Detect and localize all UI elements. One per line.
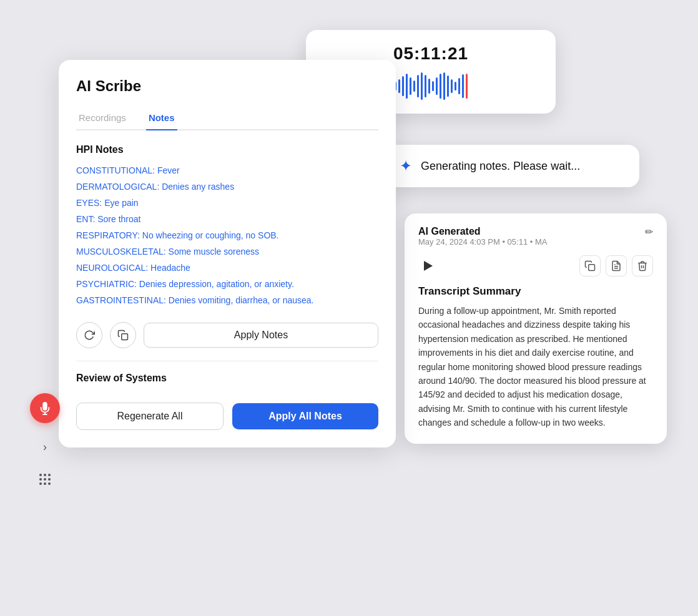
waveform-bar [413, 81, 415, 92]
microphone-button[interactable] [30, 393, 60, 423]
dot [48, 478, 51, 481]
hpi-note-ent: ENT: Sore throat [76, 213, 378, 226]
dot [44, 482, 46, 485]
waveform-bar [447, 76, 449, 97]
bottom-actions: Regenerate All Apply All Notes [59, 403, 396, 430]
waveform-bar [443, 72, 445, 100]
regenerate-all-button[interactable]: Regenerate All [76, 403, 224, 430]
waveform-bar [451, 79, 453, 93]
panel-content: HPI Notes CONSTITUTIONAL: Fever DERMATOL… [59, 130, 396, 398]
dot [39, 482, 42, 485]
waveform-bar [455, 82, 456, 90]
grid-dots-icon[interactable] [36, 471, 54, 488]
apply-notes-button[interactable]: Apply Notes [144, 323, 378, 348]
ai-generated-card: AI Generated May 24, 2024 4:03 PM • 05:1… [405, 213, 667, 444]
transcript-body: During a follow-up appointment, Mr. Smit… [418, 304, 653, 430]
chevron-right-icon[interactable]: › [36, 438, 54, 456]
dot-row [39, 482, 51, 485]
panel-title: AI Scribe [76, 77, 378, 95]
transcript-title: Transcript Summary [418, 285, 653, 298]
play-button[interactable] [418, 257, 436, 275]
tab-notes[interactable]: Notes [146, 107, 177, 130]
waveform-bar [428, 79, 430, 94]
hpi-note-respiratory: RESPIRATORY: No wheezing or coughing, no… [76, 229, 378, 242]
waveform-bar [462, 74, 464, 98]
waveform-bar [417, 75, 419, 97]
regenerate-hpi-button[interactable] [76, 322, 102, 348]
generating-widget: ✦ Generating notes. Please wait... [382, 145, 639, 187]
waveform-bar [440, 74, 441, 99]
scribe-panel: AI Scribe Recordings Notes HPI Notes CON… [59, 60, 396, 447]
generating-text: Generating notes. Please wait... [421, 160, 580, 173]
svg-rect-5 [122, 334, 128, 340]
hpi-note-neurological: NEUROLOGICAL: Headache [76, 262, 378, 275]
tab-recordings[interactable]: Recordings [76, 107, 129, 130]
waveform-bar-active [466, 74, 468, 99]
waveform-bar [432, 81, 434, 91]
notes-button[interactable] [606, 255, 627, 276]
waveform-bar [421, 72, 423, 100]
hpi-note-eyes: EYES: Eye pain [76, 197, 378, 210]
tabs: Recordings Notes [76, 107, 378, 130]
apply-all-notes-button[interactable]: Apply All Notes [232, 403, 378, 429]
ai-card-title: AI Generated [418, 226, 547, 237]
hpi-title: HPI Notes [76, 144, 378, 155]
hpi-notes-list: CONSTITUTIONAL: Fever DERMATOLOGICAL: De… [76, 164, 378, 307]
dot [48, 482, 51, 485]
copy-to-chart-button[interactable] [579, 255, 601, 276]
panel-header: AI Scribe Recordings Notes [59, 60, 396, 130]
dot-row [39, 474, 51, 476]
waveform-bar [425, 75, 426, 97]
svg-rect-0 [589, 265, 595, 271]
ai-card-header: AI Generated May 24, 2024 4:03 PM • 05:1… [418, 226, 653, 254]
waveform-bar [436, 77, 438, 95]
review-title: Review of Systems [76, 373, 378, 384]
dot [39, 478, 42, 481]
sidebar-icons: › [30, 393, 60, 488]
edit-icon[interactable]: ✏ [645, 226, 653, 238]
ai-card-controls [418, 255, 653, 276]
waveform-bar [398, 79, 400, 93]
hpi-actions: Apply Notes [76, 322, 378, 348]
waveform-bar [406, 74, 408, 99]
card-icon-group [579, 255, 653, 276]
hpi-note-musculoskeletal: MUSCULOSKELETAL: Some muscle soreness [76, 245, 378, 258]
play-triangle-icon [424, 261, 433, 271]
waveform-bar [410, 77, 411, 95]
dot [39, 474, 42, 476]
hpi-note-psychiatric: PSYCHIATRIC: Denies depression, agitatio… [76, 278, 378, 291]
dot [48, 474, 51, 476]
delete-button[interactable] [632, 255, 653, 276]
ai-card-title-group: AI Generated May 24, 2024 4:03 PM • 05:1… [418, 226, 547, 254]
ai-card-meta: May 24, 2024 4:03 PM • 05:11 • MA [418, 237, 547, 247]
section-divider [76, 361, 378, 361]
dot [44, 474, 46, 476]
waveform-bar [458, 78, 460, 94]
sparkle-icon: ✦ [400, 157, 412, 175]
hpi-note-gastrointestinal: GASTROINTESTINAL: Denies vomiting, diarr… [76, 294, 378, 307]
dot-row [39, 478, 51, 481]
hpi-note-constitutional: CONSTITUTIONAL: Fever [76, 164, 378, 177]
copy-hpi-button[interactable] [110, 322, 136, 348]
hpi-note-dermatological: DERMATOLOGICAL: Denies any rashes [76, 180, 378, 193]
waveform-bar [402, 76, 404, 96]
dot [44, 478, 46, 481]
